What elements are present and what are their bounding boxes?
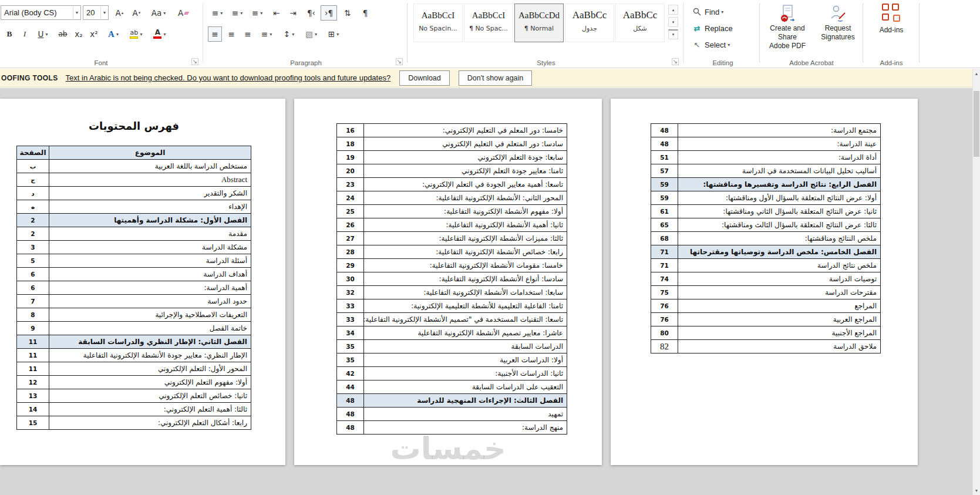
superscript-button[interactable]: x² [87, 26, 101, 42]
addins-button[interactable]: Add-ins [864, 4, 918, 34]
toc-topic[interactable]: عينة الدراسة: [678, 137, 881, 151]
subscript-button[interactable]: x₂ [72, 26, 86, 42]
toc-topic[interactable]: الدراسات السابقة [364, 340, 567, 353]
select-button[interactable]: ↖ Select ▾ [692, 38, 730, 52]
document-page-2[interactable]: 16خامسا: دور المعلم في التعليم الإلكترون… [294, 99, 602, 465]
toc-topic[interactable]: خامسا: دور المعلم في التعليم الإلكتروني: [364, 124, 567, 137]
create-share-pdf-button[interactable]: Create and Share Adobe PDF [762, 2, 813, 52]
toc-page-number[interactable]: 19 [337, 151, 364, 164]
toc-page-number[interactable]: 14 [17, 403, 49, 416]
multilevel-list-button[interactable]: ≡▾ [248, 5, 267, 21]
toc-page-number[interactable]: 80 [651, 326, 678, 340]
toc-page-number[interactable]: 68 [651, 232, 678, 245]
toc-topic[interactable]: توصيات الدراسة [678, 272, 881, 286]
toc-topic[interactable]: سادسا: أنواع الأنشطة الإلكترونية التفاعل… [364, 272, 567, 286]
toc-page-number[interactable]: 82 [651, 340, 678, 353]
align-right-button[interactable]: ≡ [208, 26, 222, 42]
style-normal[interactable]: AaBbCcDd ¶ Normal [514, 4, 564, 42]
toc-topic[interactable]: الإهداء [49, 200, 251, 214]
increase-indent-button[interactable]: ⇥ [285, 5, 301, 21]
toc-page-number[interactable]: 3 [17, 241, 49, 254]
proofing-tools-link[interactable]: Text in Arabic is not being checked. Do … [66, 73, 391, 82]
chevron-down-icon[interactable]: ▾ [100, 6, 108, 19]
toc-page-number[interactable]: 42 [337, 367, 364, 380]
toc-topic[interactable]: ثالثا: عرض النتائج المتعلقة بالسؤال الثا… [678, 218, 881, 232]
styles-more-button[interactable]: ▾ [668, 29, 678, 39]
font-name-select[interactable]: Arial (Body CS) ▾ [1, 5, 81, 20]
toc-topic[interactable]: الشكر والتقدير [49, 187, 251, 200]
line-spacing-button[interactable]: ↕▾ [279, 26, 298, 42]
borders-button[interactable]: ⊞▾ [324, 26, 343, 42]
toc-topic[interactable]: ملخص نتائج الدراسة [678, 259, 881, 272]
toc-topic[interactable]: ثالثا: مميزات الأنشطة الإلكترونية التفاع… [364, 232, 567, 245]
toc-topic[interactable]: أهداف الدراسة [49, 268, 251, 281]
toc-topic[interactable]: التعريفات الاصطلاحية والإجرائية [49, 308, 251, 322]
highlight-color-button[interactable]: ab ▾ [126, 26, 147, 42]
toc-page-number[interactable]: 15 [17, 416, 49, 430]
toc-page-number[interactable]: 20 [337, 164, 364, 178]
toc-page-number[interactable]: 6 [17, 268, 49, 281]
text-effects-button[interactable]: A▾ [103, 26, 123, 42]
toc-topic[interactable]: المحور الأول: التعلم الإلكتروني [49, 362, 251, 376]
toc-page-number[interactable]: 48 [651, 137, 678, 151]
find-button[interactable]: Find ▾ [692, 5, 723, 19]
toc-topic[interactable]: تاسعا: التقنيات المستخدمة في "تصميم الأن… [364, 313, 567, 326]
toc-topic[interactable]: أسئلة الدراسة [49, 254, 251, 268]
toc-topic[interactable]: ثامنا: الفاعلية التعليمية للأنشطة التعلي… [364, 299, 567, 313]
toc-page-number[interactable]: 59 [651, 178, 678, 191]
toc-topic[interactable]: المحور الثاني: الأنشطة الإلكترونية التفا… [364, 191, 567, 205]
toc-page-number[interactable]: ب [17, 160, 49, 173]
toc-page-number[interactable]: 71 [651, 259, 678, 272]
toc-topic[interactable]: ثانيا: عرض النتائج المتعلقة بالسؤال الثا… [678, 205, 881, 218]
toc-topic[interactable]: خاتمة الفصل [49, 322, 251, 335]
dont-show-again-button[interactable]: Don't show again [459, 70, 533, 86]
toc-page-number[interactable]: 48 [337, 408, 364, 421]
toc-page-number[interactable]: 71 [651, 245, 678, 259]
toc-page-number[interactable]: 11 [17, 335, 49, 349]
underline-button[interactable]: U▾ [33, 26, 53, 42]
toc-topic[interactable]: مستخلص الدراسة باللغة العربية [49, 160, 251, 173]
toc-page-number[interactable]: 9 [17, 322, 49, 335]
toc-page-number[interactable]: 8 [17, 308, 49, 322]
toc-topic[interactable]: تاسعا: أهمية معايير الجودة في التعلم الإ… [364, 178, 567, 191]
italic-button[interactable]: I [18, 26, 32, 42]
toc-topic[interactable]: المراجع [678, 299, 881, 313]
toc-topic[interactable]: ثانيا: خصائص التعلم الإلكتروني [49, 389, 251, 403]
toc-topic[interactable]: الفصل الرابع: نتائج الدراسة وتفسيرها ومن… [678, 178, 881, 191]
toc-page-number[interactable]: 74 [651, 272, 678, 286]
toc-topic[interactable]: ثامنا: معايير جودة التعلم الإلكتروني [364, 164, 567, 178]
scroll-up-arrow[interactable]: ▲ [973, 69, 980, 78]
shading-button[interactable]: ▨▾ [302, 26, 321, 42]
toc-page-number[interactable]: 65 [651, 218, 678, 232]
toc-page-number[interactable]: 76 [651, 313, 678, 326]
toc-page-number[interactable]: 34 [337, 326, 364, 340]
toc-page-number[interactable]: د [17, 187, 49, 200]
toc-page-number[interactable]: 30 [337, 272, 364, 286]
toc-topic[interactable]: المراجع الأجنبية [678, 326, 881, 340]
toc-topic[interactable]: ملاحق الدراسة [678, 340, 881, 353]
toc-page-number[interactable]: ج [17, 173, 49, 187]
toc-topic[interactable]: خامسا: مقومات الأنشطة الإلكترونية التفاع… [364, 259, 567, 272]
toc-topic[interactable]: أهمية الدراسة: [49, 281, 251, 295]
toc-topic[interactable]: أولا: مفهوم التعلم الإلكتروني [49, 376, 251, 389]
toc-page-number[interactable]: 27 [337, 232, 364, 245]
toc-page-number[interactable]: 76 [651, 299, 678, 313]
toc-topic[interactable]: أساليب تحليل البيانات المستخدمة في الدرا… [678, 164, 881, 178]
style-jadwal[interactable]: AaBbCc جدول [565, 4, 614, 42]
toc-topic[interactable]: سابعا: استخدامات الأنشطة الإلكترونية الت… [364, 286, 567, 299]
toc-page-number[interactable]: 61 [651, 205, 678, 218]
toc-topic[interactable]: سابعا: جودة التعلم الإلكتروني [364, 151, 567, 164]
toc-page-number[interactable]: 57 [651, 164, 678, 178]
toc-topic[interactable]: مقدمة [49, 227, 251, 241]
toc-page-number[interactable]: 25 [337, 205, 364, 218]
toc-page-number[interactable]: 11 [17, 362, 49, 376]
toc-topic[interactable]: الفصل الأول: مشكلة الدراسة وأهميتها [49, 214, 251, 227]
toc-topic[interactable]: أولا: عرض النتائج المتعلقة بالسؤال الأول… [678, 191, 881, 205]
align-center-button[interactable]: ≡ [224, 26, 238, 42]
toc-page-number[interactable]: 28 [337, 245, 364, 259]
strikethrough-button[interactable]: ab [55, 26, 70, 42]
toc-topic[interactable]: الفصل الثاني: الإطار النظري والدراسات ال… [49, 335, 251, 349]
toc-page-number[interactable]: 12 [17, 376, 49, 389]
align-left-button[interactable]: ≡ [241, 26, 255, 42]
toc-page-number[interactable]: 18 [337, 137, 364, 151]
